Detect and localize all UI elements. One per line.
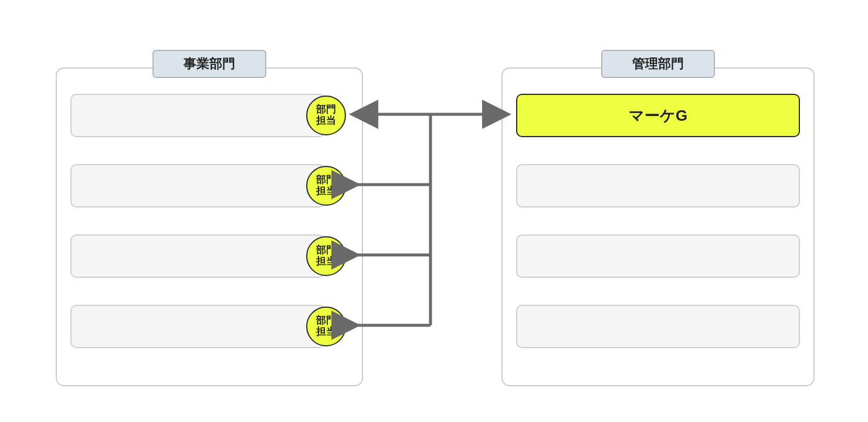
badge-line2: 担当 xyxy=(316,256,336,267)
admin-division-label: 管理部門 xyxy=(601,50,715,78)
marketing-group-unit: マーケG xyxy=(516,94,800,137)
admin-row xyxy=(516,164,800,207)
badge-line1: 部門 xyxy=(316,104,336,115)
admin-row xyxy=(516,305,800,348)
badge-line2: 担当 xyxy=(316,326,336,338)
admin-row xyxy=(516,234,800,278)
badge-line1: 部門 xyxy=(316,175,336,186)
badge-line1: 部門 xyxy=(316,245,336,256)
department-contact-badge: 部門 担当 xyxy=(306,307,346,346)
business-row xyxy=(70,94,325,137)
business-row xyxy=(70,234,325,278)
business-division-label-text: 事業部門 xyxy=(184,55,235,73)
badge-line2: 担当 xyxy=(316,115,336,127)
diagram-canvas: 事業部門 部門 担当 部門 担当 部門 担当 部門 担当 管理部門 マーケG xyxy=(0,0,868,422)
business-division-label: 事業部門 xyxy=(152,50,266,78)
business-row xyxy=(70,305,325,348)
department-contact-badge: 部門 担当 xyxy=(306,166,346,206)
business-row xyxy=(70,164,325,207)
admin-division-label-text: 管理部門 xyxy=(632,55,684,73)
marketing-group-unit-text: マーケG xyxy=(629,106,687,126)
badge-line1: 部門 xyxy=(316,315,336,326)
department-contact-badge: 部門 担当 xyxy=(306,96,346,135)
department-contact-badge: 部門 担当 xyxy=(306,236,346,276)
badge-line2: 担当 xyxy=(316,186,336,197)
